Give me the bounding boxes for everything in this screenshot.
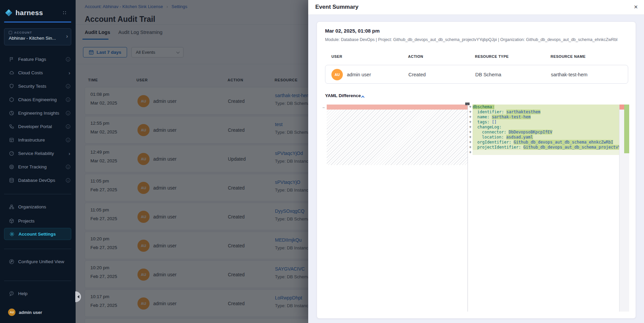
info-icon[interactable] — [66, 178, 70, 183]
drawer-header: Event Summary ✕ — [308, 0, 644, 15]
event-summary-drawer: Event Summary ✕ Mar 02, 2025, 01:08 pm M… — [308, 0, 644, 323]
divider — [4, 194, 71, 194]
gear-icon — [9, 231, 15, 237]
event-resource-name: sarthak-test-hem — [551, 72, 588, 77]
chevron-left-icon — [77, 295, 79, 298]
yaml-line: + tags:[] — [468, 120, 619, 125]
diff-added-pane: + dbschema: + identifier:sarthaktesthem … — [468, 105, 619, 160]
event-resource-type: DB Schema — [475, 72, 501, 77]
event-row: AU admin user Created DB Schema sarthak-… — [325, 65, 628, 84]
info-icon[interactable] — [66, 165, 70, 169]
diff-minimap-added — [624, 105, 629, 153]
info-icon[interactable] — [66, 124, 70, 129]
yaml-line: + — [468, 150, 619, 155]
shield-icon — [9, 83, 14, 89]
org-tree-icon — [9, 204, 14, 210]
sidebar-item-projects[interactable]: Projects — [0, 214, 76, 228]
blocks-icon — [9, 137, 14, 143]
sidebar-item-feature-flags[interactable]: Feature Flags — [0, 52, 76, 66]
chevron-right-icon — [66, 33, 68, 39]
sidebar-item-help[interactable]: Help — [0, 287, 76, 300]
close-icon[interactable]: ✕ — [634, 4, 638, 10]
yaml-line: + changeLog: — [468, 125, 619, 130]
sidebar-item-chaos-engineering[interactable]: Chaos Engineering — [0, 93, 76, 106]
pie-chart-icon — [9, 110, 14, 116]
brand-underline — [4, 22, 71, 23]
event-user: admin user — [347, 72, 371, 77]
yaml-line: + projectIdentifier:Github_db_devops_aut… — [468, 145, 619, 150]
event-timestamp: Mar 02, 2025, 01:08 pm — [325, 28, 380, 34]
yaml-difference-toggle[interactable]: YAML Difference — [325, 93, 361, 98]
sidebar-item-security-tests[interactable]: Security Tests — [0, 79, 76, 93]
yaml-line: + location:asdsad.yaml — [468, 135, 619, 140]
account-selector[interactable]: ACCOUNT Abhinav - Kitchen Sin... — [4, 28, 71, 45]
yaml-line: + name:sarthak-test-hem — [468, 115, 619, 120]
event-card: Mar 02, 2025, 01:08 pm Module: Database … — [317, 22, 636, 319]
yaml-line: + dbschema: — [468, 105, 619, 110]
column-header-action: ACTION — [408, 54, 423, 58]
sidebar-user-menu[interactable]: AU admin user — [0, 307, 76, 318]
account-label: ACCOUNT — [14, 31, 32, 34]
workflow-icon — [9, 124, 14, 129]
sidebar-item-cloud-costs[interactable]: Cloud Costs — [0, 66, 76, 79]
info-icon[interactable] — [66, 57, 70, 62]
avatar: AU — [8, 309, 15, 316]
chevron-right-icon — [69, 71, 70, 75]
diff-minimap-removed — [619, 105, 624, 110]
screen: harness ACCOUNT Abhinav - Kitchen Sin...… — [0, 0, 644, 323]
removed-line-marker: − — [322, 105, 325, 110]
brand-name: harness — [15, 9, 43, 17]
yaml-line: + identifier:sarthaktesthem — [468, 110, 619, 115]
sidebar-item-database-devops[interactable]: Database DevOps — [0, 173, 76, 187]
event-action: Created — [408, 72, 426, 77]
help-icon — [9, 291, 14, 296]
info-icon[interactable] — [66, 111, 70, 115]
avatar: AU — [331, 69, 343, 80]
diff-empty-hatch — [327, 110, 468, 165]
sidebar-item-service-reliability[interactable]: Service Reliability — [0, 147, 76, 160]
divider — [4, 281, 71, 281]
cloud-icon — [9, 70, 14, 76]
info-icon[interactable] — [66, 138, 70, 142]
info-icon[interactable] — [66, 84, 70, 88]
harness-logo-icon — [5, 9, 13, 17]
account-icon — [9, 31, 12, 34]
column-header-resource-name: RESOURCE NAME — [551, 54, 586, 58]
drawer-title: Event Summary — [315, 4, 359, 10]
chevron-up-icon[interactable] — [361, 96, 365, 99]
yaml-diff-viewer: − + dbschema: + identifier:sarthaktes — [325, 105, 629, 312]
event-context: Module: Database DevOps | Project: Githu… — [325, 37, 628, 42]
user-name: admin user — [19, 310, 42, 315]
account-name: Abhinav - Kitchen Sin... — [9, 36, 62, 41]
chevron-right-icon — [69, 151, 70, 156]
brand-row: harness — [5, 7, 71, 18]
diff-removed-line — [327, 105, 468, 110]
divider — [4, 249, 71, 249]
info-icon[interactable] — [66, 97, 70, 102]
hexagon-icon — [9, 97, 14, 103]
sidebar-item-configure-unified-view[interactable]: Configure Unified View — [0, 255, 76, 268]
sidebar-item-engineering-insights[interactable]: Engineering Insights — [0, 106, 76, 120]
sidebar-item-infrastructure[interactable]: Infrastructure — [0, 133, 76, 147]
wrench-icon — [9, 259, 14, 265]
target-icon — [9, 164, 14, 170]
gauge-icon — [9, 151, 14, 156]
sidebar-item-organizations[interactable]: Organizations — [0, 200, 76, 213]
column-header-user: USER — [331, 54, 343, 58]
yaml-line: + connector:DbDevopsoBKpcpIfEV — [468, 130, 619, 135]
app-switcher-icon[interactable] — [62, 10, 67, 15]
flag-icon — [9, 56, 14, 62]
column-header-resource-type: RESOURCE TYPE — [475, 54, 509, 58]
sidebar-item-developer-portal[interactable]: Developer Portal — [0, 120, 76, 133]
sidebar-item-error-tracking[interactable]: Error Tracking — [0, 160, 76, 173]
sidebar-item-account-settings[interactable]: Account Settings — [4, 228, 71, 240]
yaml-line: + orgIdentifier:Github_db_devops_aut_db_… — [468, 140, 619, 145]
sidebar: harness ACCOUNT Abhinav - Kitchen Sin...… — [0, 0, 76, 323]
cube-icon — [9, 218, 14, 224]
database-icon — [9, 177, 14, 183]
